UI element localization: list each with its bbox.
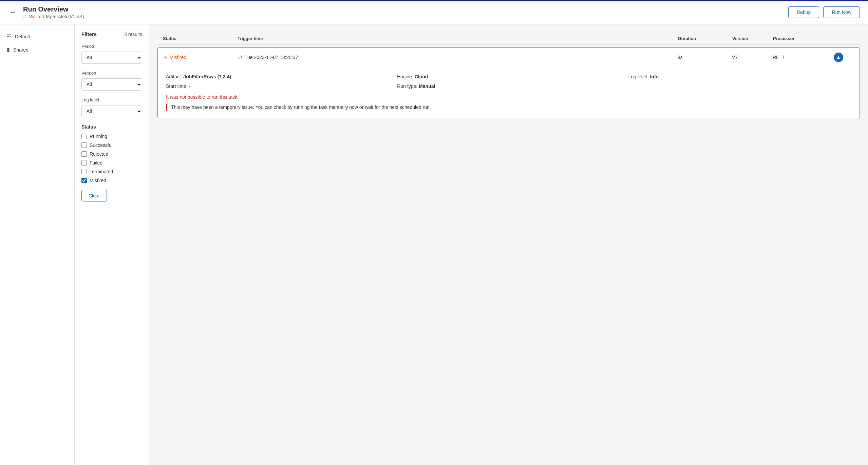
status-badge: ⚠ Misfired [23, 14, 44, 19]
version-value: V7 [732, 55, 738, 60]
version-label: Version [81, 71, 142, 76]
period-select[interactable]: All Last 24h Last 7 days Last 30 days [81, 52, 142, 64]
error-message: It was not possible to run this task. [166, 94, 851, 100]
sidebar-item-default[interactable]: ☷ Default [0, 30, 74, 43]
row-duration: 8s [678, 55, 732, 60]
duration-value: 8s [678, 55, 683, 60]
artifact-value: JobFilterRows (7.3.4) [183, 74, 231, 79]
warning-icon: ⚠ [23, 14, 27, 19]
col-status: Status [163, 36, 238, 41]
filters-header: Filters 3 results [81, 31, 142, 37]
results-count: 3 results [124, 32, 142, 37]
log-level-filter: Log level All DebugInfoWarningError [81, 97, 142, 117]
misfired-label: Misfired [90, 178, 106, 183]
status-filter-title: Status [81, 124, 142, 130]
col-processor: Processor [773, 36, 834, 41]
main-content: Status Trigger time Duration Version Pro… [149, 24, 868, 465]
start-time-info: Start time: - [166, 83, 389, 89]
period-label: Period [81, 44, 142, 49]
layout: ☷ Default ▮ Shared Filters 3 results Per… [0, 24, 868, 465]
sidebar-item-shared-label: Shared [13, 47, 29, 53]
log-level-value: Info [650, 74, 659, 79]
col-duration: Duration [678, 36, 732, 41]
engine-value: Cloud [415, 74, 428, 79]
rejected-checkbox[interactable] [81, 151, 87, 157]
misfired-warn-icon: ⚠ [163, 55, 168, 60]
header-actions: Debug Run Now [788, 6, 860, 18]
run-type-info: Run type: Manual [397, 83, 620, 89]
clock-icon: ⏲ [238, 55, 243, 60]
status-filter: Status Running Successful Rejected Faile… [81, 124, 142, 183]
start-time-value: - [189, 83, 191, 89]
header: ← Run Overview ⚠ Misfired MyTestJob (V1.… [0, 0, 868, 24]
log-level-info: Log level: Info [628, 74, 851, 79]
successful-label: Successful [90, 142, 113, 148]
sidebar-item-shared[interactable]: ▮ Shared [0, 43, 74, 56]
sidebar-item-default-label: Default [15, 34, 30, 39]
checkbox-successful[interactable]: Successful [81, 142, 142, 148]
run-now-button[interactable]: Run Now [823, 6, 860, 18]
job-name: MyTestJob (V1.3.4) [46, 14, 84, 19]
col-version: Version [732, 36, 773, 41]
filters-title: Filters [81, 31, 97, 37]
col-expand [834, 36, 854, 41]
failed-label: Failed [90, 160, 102, 166]
version-select[interactable]: All V1V2V3V4 V5V6V7 [81, 78, 142, 91]
info-block: This may have been a temporary issue. Yo… [166, 104, 851, 111]
row-processor: RE_7 [773, 55, 834, 60]
running-checkbox[interactable] [81, 134, 87, 139]
expand-button[interactable]: ▲ [834, 53, 843, 62]
row-trigger-time: ⏲ Tue 2023-11-07 13:20:37 [238, 55, 678, 60]
debug-button[interactable]: Debug [788, 6, 819, 18]
rejected-label: Rejected [90, 151, 108, 157]
filters-panel: Filters 3 results Period All Last 24h La… [75, 24, 149, 465]
running-label: Running [90, 134, 107, 139]
checkbox-rejected[interactable]: Rejected [81, 151, 142, 157]
detail-grid: Artifact: JobFilterRows (7.3.4) Engine: … [166, 74, 851, 89]
checkbox-misfired[interactable]: Misfired [81, 178, 142, 183]
table-header: Status Trigger time Duration Version Pro… [157, 33, 860, 45]
successful-checkbox[interactable] [81, 142, 87, 148]
failed-checkbox[interactable] [81, 160, 87, 166]
trigger-time-value: Tue 2023-11-07 13:20:37 [245, 55, 298, 60]
row-header: ⚠ Misfired ⏲ Tue 2023-11-07 13:20:37 8s … [158, 48, 860, 67]
row-version: V7 [732, 55, 773, 60]
row-status-label: Misfired [170, 55, 186, 60]
misfired-checkbox[interactable] [81, 178, 87, 183]
top-bar [0, 0, 868, 1]
header-subtitle: ⚠ Misfired MyTestJob (V1.3.4) [23, 14, 788, 19]
header-title-block: Run Overview ⚠ Misfired MyTestJob (V1.3.… [23, 5, 788, 19]
run-type-value: Manual [419, 83, 435, 89]
log-level-select[interactable]: All DebugInfoWarningError [81, 105, 142, 117]
terminated-label: Terminated [90, 169, 113, 174]
table-row: ⚠ Misfired ⏲ Tue 2023-11-07 13:20:37 8s … [157, 47, 860, 118]
checkbox-running[interactable]: Running [81, 134, 142, 139]
list-icon: ☷ [7, 33, 12, 40]
page-title: Run Overview [23, 5, 788, 13]
shared-icon: ▮ [7, 46, 10, 53]
log-level-label: Log level [81, 97, 142, 102]
status-label: Misfired [29, 14, 44, 19]
clear-button[interactable]: Clear [81, 190, 107, 201]
version-filter: Version All V1V2V3V4 V5V6V7 [81, 71, 142, 91]
period-filter: Period All Last 24h Last 7 days Last 30 … [81, 44, 142, 64]
artifact-info: Artifact: JobFilterRows (7.3.4) [166, 74, 389, 79]
processor-value: RE_7 [773, 55, 785, 60]
row-status: ⚠ Misfired [163, 55, 238, 60]
result-detail: Artifact: JobFilterRows (7.3.4) Engine: … [158, 67, 860, 118]
terminated-checkbox[interactable] [81, 169, 87, 174]
back-button[interactable]: ← [8, 7, 18, 17]
col-trigger-time: Trigger time [238, 36, 678, 41]
sidebar: ☷ Default ▮ Shared [0, 24, 75, 465]
engine-info: Engine: Cloud [397, 74, 620, 79]
checkbox-terminated[interactable]: Terminated [81, 169, 142, 174]
checkbox-failed[interactable]: Failed [81, 160, 142, 166]
